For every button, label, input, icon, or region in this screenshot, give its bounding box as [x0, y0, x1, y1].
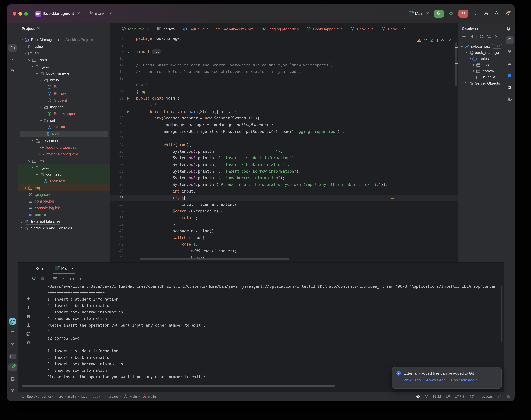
breadcrumb-manage[interactable]: manage	[105, 394, 118, 399]
tool-stripe-run-icon[interactable]	[8, 363, 16, 371]
chevron-down-icon[interactable]	[28, 58, 31, 62]
db-item-book[interactable]: book	[458, 62, 504, 68]
code-line-18[interactable]: 18// then press Enter. You can now see w…	[110, 69, 458, 75]
tab-main-java[interactable]: CMain.java×	[118, 23, 153, 35]
tool-stripe-ai-brackets-icon[interactable]: [ ]	[8, 352, 16, 360]
code-line-29[interactable]: 29 System.out.println("1. Insert a stude…	[110, 155, 458, 162]
notification-action-don-t-ask-again[interactable]: Don't Ask Again	[451, 378, 477, 382]
code-line-32[interactable]: 32 System.out.println("4. Show borrow in…	[110, 175, 458, 181]
copilot-status-icon[interactable]	[469, 394, 474, 399]
code-line-16[interactable]: 16	[110, 55, 458, 62]
tab-logging-properties[interactable]: logging.properties	[258, 23, 303, 35]
code-line-25[interactable]: 25 manager.readConfiguration(Resources.g…	[110, 128, 458, 135]
tree-item-book.manage[interactable]: book.manage	[17, 70, 110, 77]
tree-item-.idea[interactable]: .idea	[17, 43, 110, 50]
settings-button[interactable]	[504, 10, 511, 17]
tree-item-src[interactable]: src	[17, 50, 110, 57]
tool-stripe-pull-requests-icon[interactable]: ?	[8, 66, 16, 74]
chevron-right-icon[interactable]	[472, 62, 475, 67]
tree-item-bookmapper[interactable]: IBookMapper	[17, 110, 110, 117]
code-line-19[interactable]: 19	[110, 75, 458, 82]
tree-item-com.test[interactable]: com.test	[17, 171, 110, 178]
notification-action-always-add[interactable]: Always Add	[426, 378, 445, 382]
console-vertical-scrollbar[interactable]	[501, 286, 502, 342]
stop-button[interactable]	[458, 10, 468, 17]
editor-vertical-scrollbar[interactable]	[455, 43, 457, 86]
tab-mybatis-config-xml[interactable]: </>mybatis-config.xml	[212, 23, 258, 35]
tab-borro[interactable]: CBorro	[377, 23, 401, 35]
line-ending[interactable]: LF	[446, 394, 450, 399]
code-line-33[interactable]: 33 System.out.println(("Please insert th…	[110, 181, 458, 188]
run-configuration-selector[interactable]: Main	[409, 11, 430, 16]
chevron-down-icon[interactable]	[39, 105, 43, 109]
code-line-34[interactable]: 34 int input;	[110, 188, 458, 195]
tree-item-logging.properties[interactable]: logging.properties	[17, 144, 110, 151]
tree-item-mapper[interactable]: mapper	[17, 104, 110, 110]
breadcrumb-main[interactable]: main	[68, 394, 76, 399]
tree-item-mybatis-config.xml[interactable]: </>mybatis-config.xml	[17, 151, 110, 157]
code-line-45[interactable]: 45 case 2:	[110, 261, 458, 262]
tool-stripe-database-icon[interactable]	[505, 36, 514, 45]
db-item-student[interactable]: student	[458, 74, 504, 80]
scroll-down-icon[interactable]	[26, 305, 31, 311]
debug-button[interactable]	[448, 10, 454, 17]
stop-icon[interactable]	[40, 276, 45, 282]
run-tab-main[interactable]: Main ×	[53, 263, 75, 274]
close-window-button[interactable]	[13, 12, 16, 15]
db-item-book_manage[interactable]: book_manage	[458, 49, 504, 56]
chevron-down-icon[interactable]	[31, 138, 35, 143]
code-line-38[interactable]: 38 return;	[110, 215, 458, 221]
tree-item-bookmanagment[interactable]: BookManagment~/Desktop/Projects	[17, 36, 110, 43]
chevron-down-icon[interactable]	[39, 118, 43, 123]
tree-item-student[interactable]: CStudent	[17, 97, 110, 104]
close-icon[interactable]: ×	[147, 27, 149, 31]
search-everywhere-button[interactable]	[494, 10, 500, 17]
chevron-right-icon[interactable]	[472, 75, 475, 79]
tool-stripe-more-tools-icon[interactable]	[8, 93, 16, 101]
project-panel-header[interactable]: Project	[17, 23, 110, 34]
code-line-28[interactable]: 28 System.out.println("=================…	[110, 148, 458, 155]
tool-stripe-commit-icon[interactable]	[8, 55, 16, 63]
code-line-41[interactable]: 41 switch (input){	[110, 235, 458, 241]
chevron-right-icon[interactable]	[464, 81, 468, 86]
chevron-right-icon[interactable]	[472, 69, 475, 73]
soft-wrap-icon[interactable]	[26, 314, 31, 320]
openai-status-icon[interactable]	[416, 394, 420, 399]
prev-problem-icon[interactable]	[440, 38, 445, 43]
lock-icon[interactable]	[497, 394, 502, 399]
code-line-3[interactable]: 3import ...	[110, 49, 458, 55]
db-item-server-objects[interactable]: Server Objects	[458, 80, 504, 86]
run-button[interactable]	[434, 10, 444, 17]
tree-item-console.log[interactable]: console.log	[17, 198, 110, 205]
notifications-bell[interactable]	[506, 26, 511, 32]
tree-item-resources[interactable]: resources	[17, 137, 110, 144]
tab-borrow[interactable]: borrow	[153, 23, 179, 35]
fold-icon[interactable]	[125, 49, 131, 55]
tool-stripe-code-with-me-icon[interactable]	[505, 95, 514, 103]
code-line-31[interactable]: 31 System.out.println("3. Insert book bo…	[110, 168, 458, 175]
code-line-44[interactable]: 44 break;	[110, 255, 458, 261]
tool-stripe-terminal-icon[interactable]	[8, 375, 16, 383]
chevron-right-icon[interactable]	[20, 219, 24, 224]
breadcrumb-bookmanagment[interactable]: BookManagment	[20, 394, 53, 399]
print-icon[interactable]	[26, 332, 31, 337]
minimize-window-button[interactable]	[18, 12, 22, 15]
editor-horizontal-scrollbar[interactable]	[140, 258, 290, 260]
breadcrumb-src[interactable]: src	[58, 394, 63, 399]
file-encoding[interactable]: UTF-8	[455, 394, 465, 399]
more-icon[interactable]	[78, 276, 83, 282]
db-item-borrow[interactable]: borrow	[458, 68, 504, 74]
code-line-43[interactable]: 43 addStudent(scanner);	[110, 248, 458, 255]
db-item-tables[interactable]: tables3	[458, 56, 504, 62]
tree-item-test[interactable]: test	[17, 157, 110, 164]
db-item--localhost[interactable]: @localhost1 of 1	[458, 43, 504, 49]
code-editor[interactable]: 12 1 1package book.manage;23import ...16…	[110, 35, 458, 262]
chevron-down-icon[interactable]	[39, 78, 43, 82]
branch-widget[interactable]: master	[89, 11, 113, 16]
code-line-27[interactable]: 27 while(true){	[110, 142, 458, 148]
indent-setting[interactable]: 4 spaces	[479, 394, 493, 399]
project-widget[interactable]: BM BookManagment	[35, 11, 81, 16]
tool-stripe-plugin-gopher-icon[interactable]	[8, 317, 16, 326]
project-horizontal-scrollbar[interactable]	[26, 224, 60, 225]
new-datasource-icon[interactable]	[462, 34, 466, 40]
